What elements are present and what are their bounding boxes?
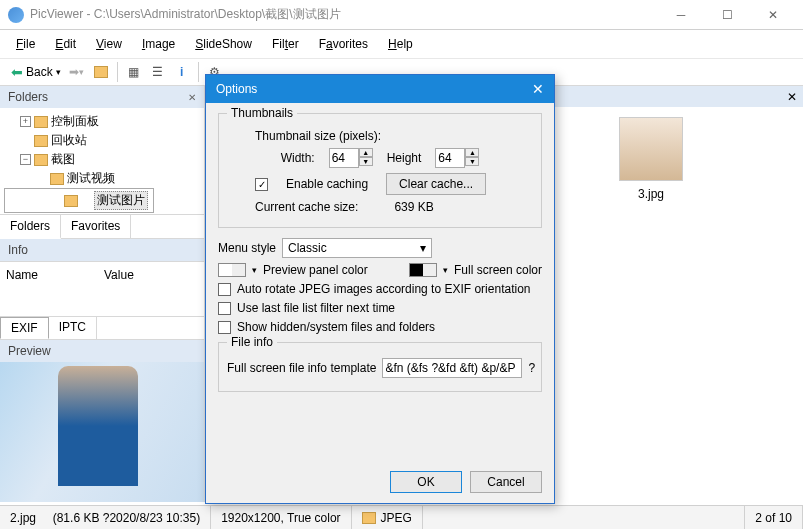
fileinfo-legend: File info	[227, 335, 277, 349]
dialog-titlebar[interactable]: Options ✕	[206, 75, 554, 103]
enable-caching-checkbox[interactable]: ✓	[255, 178, 268, 191]
fullscreen-color-swatch[interactable]	[409, 263, 437, 277]
back-button[interactable]: ⬅Back▾	[8, 64, 64, 80]
close-button[interactable]: ✕	[751, 1, 795, 29]
folders-title: Folders	[8, 90, 48, 104]
tab-folders[interactable]: Folders	[0, 215, 61, 239]
menubar: File Edit View Image SlideShow Filter Fa…	[0, 30, 803, 58]
menu-view[interactable]: View	[88, 34, 130, 54]
info-col-name: Name	[4, 266, 102, 284]
menu-edit[interactable]: Edit	[47, 34, 84, 54]
minimize-button[interactable]: ─	[659, 1, 703, 29]
show-hidden-checkbox[interactable]	[218, 321, 231, 334]
thumbnails-legend: Thumbnails	[227, 106, 297, 120]
menu-style-label: Menu style	[218, 241, 276, 255]
preview-panel	[0, 362, 204, 502]
tree-node[interactable]: 回收站	[51, 132, 87, 149]
preview-color-swatch[interactable]	[218, 263, 246, 277]
dialog-title: Options	[216, 82, 257, 96]
up-button[interactable]	[90, 61, 112, 83]
preview-header: Preview	[0, 340, 204, 362]
statusbar: 2.jpg (81.6 KB ?2020/8/23 10:35) 1920x12…	[0, 505, 803, 529]
maximize-button[interactable]: ☐	[705, 1, 749, 29]
panel-close-icon[interactable]: ✕	[787, 90, 797, 104]
enable-caching-label: Enable caching	[286, 177, 368, 191]
thumb-size-label: Thumbnail size (pixels):	[227, 129, 533, 143]
menu-favorites[interactable]: Favorites	[311, 34, 376, 54]
titlebar: PicViewer - C:\Users\Administrator\Deskt…	[0, 0, 803, 30]
info-header: Info	[0, 239, 204, 261]
dialog-close-icon[interactable]: ✕	[532, 81, 544, 97]
cache-size-label: Current cache size:	[255, 200, 358, 214]
cancel-button[interactable]: Cancel	[470, 471, 542, 493]
ok-button[interactable]: OK	[390, 471, 462, 493]
tree-node[interactable]: 控制面板	[51, 113, 99, 130]
view-thumbnails-icon[interactable]: ▦	[123, 61, 145, 83]
height-spinner[interactable]: ▲▼	[435, 148, 479, 168]
options-dialog: Options ✕ Thumbnails Thumbnail size (pix…	[205, 74, 555, 504]
status-dims: 1920x1200, True color	[211, 506, 351, 529]
fileinfo-label: Full screen file info template	[227, 361, 376, 375]
show-hidden-label: Show hidden/system files and folders	[237, 320, 435, 334]
menu-file[interactable]: File	[8, 34, 43, 54]
height-label: Height	[387, 151, 422, 165]
menu-help[interactable]: Help	[380, 34, 421, 54]
clear-cache-button[interactable]: Clear cache...	[386, 173, 486, 195]
view-list-icon[interactable]: ☰	[147, 61, 169, 83]
status-counter: 2 of 10	[745, 506, 803, 529]
tree-node-selected[interactable]: 测试图片	[94, 191, 148, 210]
use-last-filter-checkbox[interactable]	[218, 302, 231, 315]
forward-button[interactable]: ➡▾	[66, 61, 88, 83]
thumbnails-group: Thumbnails Thumbnail size (pixels): Widt…	[218, 113, 542, 228]
width-label: Width:	[281, 151, 315, 165]
auto-rotate-label: Auto rotate JPEG images according to EXI…	[237, 282, 530, 296]
thumb-item[interactable]: 3.jpg	[611, 117, 691, 201]
width-spinner[interactable]: ▲▼	[329, 148, 373, 168]
auto-rotate-checkbox[interactable]	[218, 283, 231, 296]
tab-favorites[interactable]: Favorites	[61, 215, 131, 238]
menu-style-select[interactable]: Classic▾	[282, 238, 432, 258]
cache-size-value: 639 KB	[394, 200, 433, 214]
menu-image[interactable]: Image	[134, 34, 183, 54]
status-file: 2.jpg (81.6 KB ?2020/8/23 10:35)	[0, 506, 211, 529]
fileinfo-group: File info Full screen file info template…	[218, 342, 542, 392]
tree-node[interactable]: 测试视频	[67, 170, 115, 187]
fullscreen-color-label: Full screen color	[454, 263, 542, 277]
folder-tree[interactable]: +控制面板 回收站 −截图 测试视频 测试图片	[0, 108, 204, 214]
window-title: PicViewer - C:\Users\Administrator\Deskt…	[30, 6, 659, 23]
folders-close-icon[interactable]: ✕	[188, 92, 196, 103]
fileinfo-template-input[interactable]	[382, 358, 522, 378]
info-col-value: Value	[102, 266, 200, 284]
preview-color-label: Preview panel color	[263, 263, 368, 277]
folders-header: Folders ✕	[0, 86, 204, 108]
app-icon	[8, 7, 24, 23]
tab-exif[interactable]: EXIF	[0, 317, 49, 339]
menu-slideshow[interactable]: SlideShow	[187, 34, 260, 54]
tab-iptc[interactable]: IPTC	[49, 317, 97, 339]
info-icon[interactable]: i	[171, 61, 193, 83]
use-last-filter-label: Use last file list filter next time	[237, 301, 395, 315]
status-format: JPEG	[352, 506, 423, 529]
tree-node[interactable]: 截图	[51, 151, 75, 168]
fileinfo-help-button[interactable]: ?	[528, 361, 535, 375]
sidebar: Folders ✕ +控制面板 回收站 −截图 测试视频 测试图片 Folder…	[0, 86, 205, 502]
menu-filter[interactable]: Filter	[264, 34, 307, 54]
